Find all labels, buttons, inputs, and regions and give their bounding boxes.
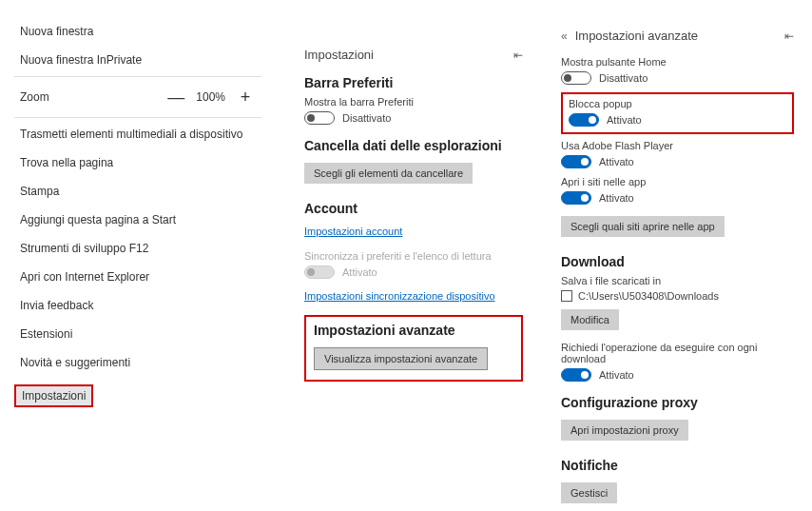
section-clear-data: Cancella dati delle esplorazioni (304, 138, 523, 153)
account-settings-link[interactable]: Impostazioni account (304, 226, 402, 237)
section-advanced: Impostazioni avanzate (314, 323, 513, 338)
advanced-title: Impostazioni avanzate (575, 29, 698, 43)
menu-new-window[interactable]: Nuova finestra (14, 17, 261, 46)
open-proxy-button[interactable]: Apri impostazioni proxy (561, 420, 688, 441)
toggle-sync (304, 265, 335, 279)
label-save-files-in: Salva i file scaricati in (561, 275, 794, 286)
zoom-value: 100% (194, 90, 227, 104)
advanced-settings-box: Impostazioni avanzate Visualizza imposta… (304, 315, 523, 382)
menu-new-inprivate[interactable]: Nuova finestra InPrivate (14, 46, 261, 74)
toggle-show-home-state: Disattivato (599, 72, 648, 84)
block-popup-box: Blocca popup Attivato (561, 92, 794, 134)
label-show-fav-bar: Mostra la barra Preferiti (304, 96, 523, 108)
menu-cast-media[interactable]: Trasmetti elementi multimediali a dispos… (14, 120, 261, 148)
label-show-home: Mostra pulsante Home (561, 56, 794, 68)
menu-pin-to-start[interactable]: Aggiungi questa pagina a Start (14, 206, 261, 234)
separator (14, 76, 261, 77)
toggle-flash[interactable] (561, 155, 591, 168)
label-block-popup: Blocca popup (569, 98, 786, 109)
toggle-block-popup-state: Attivato (607, 114, 642, 126)
back-icon[interactable]: « (561, 29, 568, 43)
label-open-in-apps: Apri i siti nelle app (561, 176, 794, 187)
toggle-ask-download-state: Attivato (599, 369, 634, 381)
menu-whats-new[interactable]: Novità e suggerimenti (14, 348, 261, 377)
view-advanced-button[interactable]: Visualizza impostazioni avanzate (314, 347, 488, 370)
section-proxy: Configurazione proxy (561, 395, 794, 410)
toggle-show-fav-bar-state: Disattivato (342, 112, 391, 124)
menu-dev-tools[interactable]: Strumenti di sviluppo F12 (14, 234, 261, 263)
download-path-value: C:\Users\U503408\Downloads (578, 290, 719, 302)
manage-notifications-button[interactable]: Gestisci (561, 482, 617, 503)
clear-data-button[interactable]: Scegli gli elementi da cancellare (304, 163, 473, 184)
label-ask-each-download: Richiedi l'operazione da eseguire con og… (561, 342, 794, 364)
pin-icon[interactable]: ⇤ (513, 49, 523, 62)
toggle-block-popup[interactable] (569, 113, 599, 127)
pin-icon[interactable]: ⇤ (784, 29, 794, 43)
toggle-show-home[interactable] (561, 71, 591, 85)
sync-settings-link[interactable]: Impostazioni sincronizzazione dispositiv… (304, 290, 495, 302)
label-flash: Usa Adobe Flash Player (561, 140, 794, 151)
section-download: Download (561, 254, 794, 269)
choose-sites-button[interactable]: Scegli quali siti aprire nelle app (561, 216, 725, 237)
zoom-label: Zoom (20, 90, 158, 104)
menu-find-on-page[interactable]: Trova nella pagina (14, 148, 261, 177)
download-path-row: C:\Users\U503408\Downloads (561, 290, 794, 302)
toggle-open-in-apps-state: Attivato (599, 192, 634, 204)
menu-open-with-ie[interactable]: Apri con Internet Explorer (14, 263, 261, 291)
advanced-settings-panel: « Impostazioni avanzate ⇤ Mostra pulsant… (561, 10, 794, 507)
label-sync: Sincronizza i preferiti e l'elenco di le… (304, 250, 523, 262)
section-notifications: Notifiche (561, 458, 794, 473)
toggle-open-in-apps[interactable] (561, 191, 591, 205)
toggle-show-fav-bar[interactable] (304, 111, 335, 125)
section-favorites-bar: Barra Preferiti (304, 75, 523, 90)
menu-print[interactable]: Stampa (14, 177, 261, 206)
toggle-flash-state: Attivato (599, 156, 634, 167)
settings-panel: Impostazioni ⇤ Barra Preferiti Mostra la… (304, 10, 523, 382)
menu-extensions[interactable]: Estensioni (14, 320, 261, 348)
section-account: Account (304, 201, 523, 216)
toggle-sync-state: Attivato (342, 266, 377, 278)
download-path-checkbox[interactable] (561, 290, 572, 302)
menu-settings[interactable]: Impostazioni (14, 384, 93, 407)
toggle-ask-download[interactable] (561, 368, 591, 382)
settings-header: Impostazioni ⇤ (304, 48, 523, 62)
advanced-header: « Impostazioni avanzate ⇤ (561, 29, 794, 43)
zoom-in-button[interactable]: + (235, 87, 256, 108)
modify-path-button[interactable]: Modifica (561, 309, 619, 330)
settings-title: Impostazioni (304, 48, 374, 62)
separator (14, 117, 261, 118)
menu-zoom-row: Zoom — 100% + (14, 79, 261, 115)
menu-feedback[interactable]: Invia feedback (14, 291, 261, 320)
edge-context-menu: Nuova finestra Nuova finestra InPrivate … (14, 10, 261, 405)
zoom-out-button[interactable]: — (165, 87, 186, 108)
